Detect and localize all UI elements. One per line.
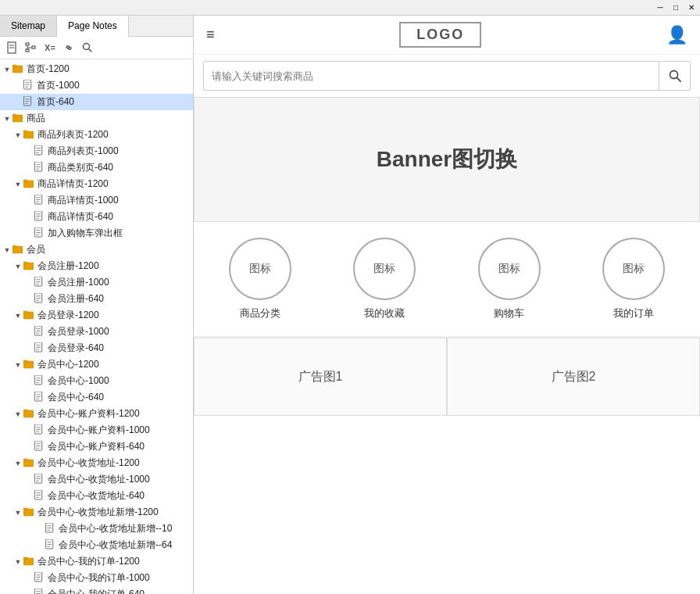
tree-arrow: ▼ — [12, 181, 23, 188]
tree-item[interactable]: 会员注册-1000 — [0, 274, 193, 291]
svg-rect-101 — [45, 523, 52, 532]
tree-item[interactable]: ▼会员注册-1200 — [0, 258, 193, 274]
search-input[interactable] — [204, 64, 659, 88]
tree-item[interactable]: ▼首页-1200 — [0, 61, 193, 77]
user-icon[interactable]: 👤 — [666, 25, 688, 45]
icon-cell-label: 商品分类 — [240, 306, 280, 320]
tree-item[interactable]: 会员登录-1000 — [0, 324, 193, 340]
minimize-button[interactable]: ─ — [655, 2, 666, 13]
search-toolbar-icon[interactable] — [80, 40, 95, 55]
tree-item[interactable]: 商品详情页-1000 — [0, 192, 193, 209]
svg-rect-3 — [26, 43, 29, 45]
folder-icon — [23, 129, 34, 141]
tree-item[interactable]: 会员中心-收货地址-640 — [0, 488, 193, 504]
tree-item[interactable]: 会员中心-我的订单-640 — [0, 586, 193, 594]
tree-item[interactable]: 会员中心-我的订单-1000 — [0, 570, 193, 586]
window-bar: ─ □ ✕ — [0, 0, 700, 16]
chain-icon[interactable] — [61, 40, 77, 55]
search-button[interactable] — [659, 62, 690, 90]
phone-preview: ≡ LOGO 👤 Banner图切换 图标商品分类图标我的收藏图标购物车图标我的… — [194, 16, 700, 416]
tree-item[interactable]: ▼会员中心-收货地址新增-1200 — [0, 504, 193, 521]
svg-rect-34 — [23, 180, 27, 182]
tree-icon[interactable] — [23, 40, 39, 55]
tree-item[interactable]: 首页-640 — [0, 94, 193, 110]
tree-label: 商品详情页-1000 — [48, 194, 119, 207]
tree-item[interactable]: 会员中心-账户资料-640 — [0, 438, 193, 455]
folder-icon — [23, 178, 34, 190]
tree-label: 会员中心-640 — [48, 391, 104, 404]
tree-item[interactable]: ▼商品 — [0, 110, 193, 127]
tree-item[interactable]: 商品详情页-640 — [0, 209, 193, 225]
tree-label: 会员登录-1000 — [48, 325, 109, 338]
folder-icon — [12, 244, 23, 256]
svg-rect-13 — [23, 80, 30, 89]
app-header: ≡ LOGO 👤 — [194, 16, 700, 55]
tree-arrow: ▼ — [2, 115, 12, 123]
tree-label: 会员注册-1000 — [48, 276, 109, 289]
svg-rect-100 — [23, 508, 27, 510]
svg-rect-81 — [34, 424, 41, 434]
icon-grid: 图标商品分类图标我的收藏图标购物车图标我的订单 — [194, 222, 700, 337]
file-icon — [34, 342, 44, 354]
icon-cell-label: 购物车 — [494, 306, 524, 320]
tree-item[interactable]: 商品列表页-1000 — [0, 143, 193, 159]
folder-icon — [23, 556, 34, 567]
svg-rect-24 — [23, 131, 27, 133]
tree-item[interactable]: ▼商品列表页-1200 — [0, 127, 193, 143]
icon-cell[interactable]: 图标购物车 — [451, 238, 568, 320]
logo-box: LOGO — [399, 22, 481, 48]
icon-circle: 图标 — [478, 238, 541, 300]
svg-rect-70 — [23, 360, 27, 363]
svg-rect-50 — [23, 262, 27, 264]
tree-item[interactable]: ▼会员 — [0, 242, 193, 258]
x-label-icon[interactable]: X= — [42, 40, 58, 55]
close-button[interactable]: ✕ — [686, 2, 697, 13]
svg-rect-105 — [45, 539, 52, 549]
icon-cell[interactable]: 图标商品分类 — [202, 238, 319, 320]
file-icon — [34, 326, 44, 338]
tree-item[interactable]: ▼商品详情页-1200 — [0, 176, 193, 192]
svg-rect-29 — [34, 162, 41, 171]
icon-cell[interactable]: 图标我的收藏 — [327, 238, 444, 320]
tree-item[interactable]: 会员中心-1000 — [0, 373, 193, 389]
tree-arrow: ▼ — [12, 131, 23, 139]
tree-item[interactable]: 商品类别页-640 — [0, 159, 193, 176]
folder-icon — [23, 408, 34, 420]
tree-item[interactable]: ▼会员中心-1200 — [0, 356, 193, 373]
tree-item[interactable]: ▼会员中心-收货地址-1200 — [0, 455, 193, 471]
tree-container[interactable]: ▼首页-1200首页-1000首页-640▼商品▼商品列表页-1200商品列表页… — [0, 59, 193, 594]
tab-sitemap[interactable]: Sitemap — [0, 16, 57, 36]
svg-line-122 — [677, 78, 680, 82]
svg-rect-22 — [12, 114, 16, 116]
tab-page-notes[interactable]: Page Notes — [57, 16, 129, 37]
folder-icon — [12, 63, 23, 75]
tree-item[interactable]: 会员中心-账户资料-1000 — [0, 422, 193, 438]
tree-label: 会员中心-收货地址新增-1200 — [38, 506, 159, 519]
tree-label: 首页-1000 — [37, 79, 80, 92]
tree-label: 会员中心-收货地址新增--64 — [59, 539, 172, 552]
tree-item[interactable]: 会员登录-640 — [0, 340, 193, 356]
svg-line-10 — [89, 49, 92, 52]
maximize-button[interactable]: □ — [670, 2, 681, 13]
tree-item[interactable]: ▼会员中心-我的订单-1200 — [0, 553, 193, 570]
icon-cell[interactable]: 图标我的订单 — [576, 238, 693, 320]
tree-item[interactable]: 加入购物车弹出框 — [0, 225, 193, 242]
file-icon — [34, 490, 44, 502]
hamburger-icon[interactable]: ≡ — [206, 27, 215, 43]
tree-item[interactable]: ▼会员中心-账户资料-1200 — [0, 406, 193, 422]
left-panel: Sitemap Page Notes X= ▼首页-1200首页-1000首页-… — [0, 16, 194, 594]
tree-item[interactable]: 首页-1000 — [0, 77, 193, 94]
page-icon[interactable] — [5, 40, 20, 55]
svg-rect-75 — [34, 392, 41, 401]
tree-item[interactable]: 会员中心-收货地址-1000 — [0, 471, 193, 488]
tree-item[interactable]: 会员中心-收货地址新增--64 — [0, 537, 193, 553]
tree-item[interactable]: 会员中心-640 — [0, 389, 193, 406]
file-icon — [34, 162, 44, 174]
tree-label: 会员中心-收货地址-640 — [48, 489, 145, 503]
tree-item[interactable]: 会员中心-收货地址新增--10 — [0, 521, 193, 537]
file-icon — [34, 293, 44, 305]
file-icon — [34, 375, 44, 387]
tree-label: 商品列表页-1200 — [38, 128, 109, 141]
tree-item[interactable]: 会员注册-640 — [0, 291, 193, 307]
tree-item[interactable]: ▼会员登录-1200 — [0, 307, 193, 324]
